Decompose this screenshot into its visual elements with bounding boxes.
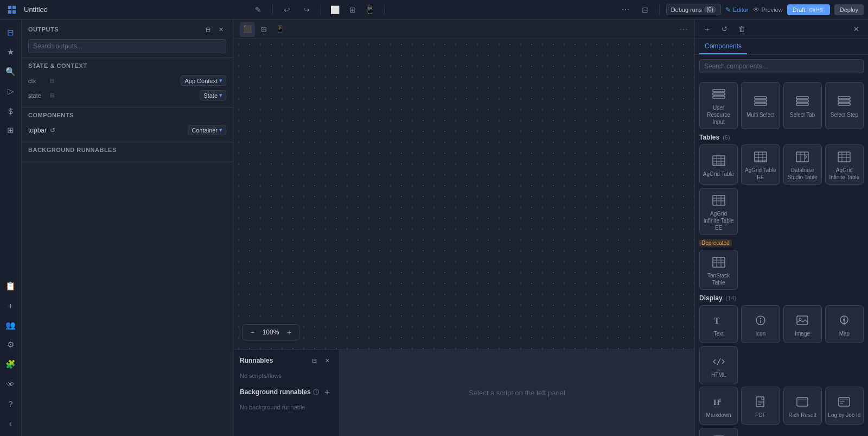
multi-select-icon bbox=[752, 94, 769, 109]
comp-aggrid-infinite-table[interactable]: AgGrid Infinite Table bbox=[825, 144, 864, 185]
comp-icon[interactable]: Icon bbox=[741, 305, 780, 343]
topbar-comp-label: topbar bbox=[28, 127, 47, 134]
redo-button[interactable]: ↪ bbox=[299, 2, 314, 17]
tab-components[interactable]: Components bbox=[699, 39, 747, 54]
comp-image[interactable]: Image bbox=[783, 305, 822, 343]
outputs-close-button[interactable]: ✕ bbox=[215, 24, 226, 35]
sidebar-nav-puzzle[interactable]: 🧩 bbox=[2, 356, 20, 373]
debug-runs-button[interactable]: Debug runs (0) bbox=[666, 4, 721, 15]
state-context-header: State & Context bbox=[28, 62, 226, 69]
comp-tanstack-table[interactable]: TanStack Table bbox=[699, 250, 738, 290]
container-badge[interactable]: Container ▾ bbox=[188, 125, 226, 135]
comp-database-studio-table[interactable]: Database Studio Table bbox=[783, 144, 822, 185]
canvas-tab-desktop[interactable]: ⬛ bbox=[240, 22, 255, 37]
sidebar-nav-settings[interactable]: ⚙ bbox=[2, 336, 20, 353]
flow-status-by-job-id-icon bbox=[710, 433, 727, 436]
outputs-expand-button[interactable]: ⊟ bbox=[202, 24, 213, 35]
sidebar-nav-flows[interactable]: ▷ bbox=[2, 83, 20, 100]
comp-markdown[interactable]: H1 Markdown bbox=[699, 387, 738, 425]
comp-select-tab[interactable]: Select Tab bbox=[783, 82, 822, 129]
canvas-tab-mobile[interactable]: 📱 bbox=[272, 22, 288, 37]
comp-map[interactable]: Map bbox=[825, 305, 864, 343]
sidebar-nav-star[interactable]: ★ bbox=[2, 43, 20, 61]
right-tab-bar: Components bbox=[695, 39, 868, 55]
ctx-copy-icon[interactable]: ⊟ bbox=[48, 77, 56, 85]
comp-multi-select[interactable]: Multi Select bbox=[741, 82, 780, 129]
sidebar-nav-group[interactable]: 👥 bbox=[2, 317, 20, 334]
zoom-out-button[interactable]: − bbox=[247, 327, 258, 338]
state-copy-icon[interactable]: ⊟ bbox=[48, 91, 56, 100]
state-badge-chevron: ▾ bbox=[219, 92, 222, 99]
add-bg-runnable-button[interactable]: ＋ bbox=[322, 387, 333, 397]
comp-aggrid-infinite-table-ee[interactable]: AgGrid Infinite Table EE bbox=[699, 188, 738, 235]
outputs-search-input[interactable] bbox=[28, 39, 226, 53]
edit-button[interactable]: ✎ bbox=[251, 2, 266, 17]
editor-button[interactable]: ✎ Editor bbox=[725, 6, 749, 14]
runnables-close-button[interactable]: ✕ bbox=[322, 355, 333, 366]
comp-pdf[interactable]: PDF bbox=[741, 387, 780, 425]
sidebar-nav-home[interactable]: ⊟ bbox=[2, 24, 20, 41]
canvas-tab-grid[interactable]: ⊞ bbox=[256, 22, 271, 37]
split-view-button[interactable]: ⊟ bbox=[637, 2, 653, 17]
canvas-top-bar: ⬛ ⊞ 📱 ⋯ bbox=[233, 20, 694, 39]
sidebar-nav-eye-off[interactable]: 👁 bbox=[2, 375, 20, 393]
sidebar-nav-plus[interactable]: ＋ bbox=[2, 297, 20, 314]
sidebar-nav-search[interactable]: 🔍 bbox=[2, 63, 20, 80]
left-panel: Outputs ⊟ ✕ State & Context ctx ⊟ App Co… bbox=[22, 20, 233, 436]
comp-user-resource-input[interactable]: User Resource Input bbox=[699, 82, 738, 129]
desktop-view-button[interactable]: ⬜ bbox=[328, 2, 343, 17]
debug-count: (0) bbox=[704, 6, 716, 13]
database-studio-table-label: Database Studio Table bbox=[786, 167, 819, 181]
right-panel-close-button[interactable]: ✕ bbox=[848, 22, 864, 37]
aggrid-infinite-table-label: AgGrid Infinite Table bbox=[828, 167, 861, 181]
bg-runnables-header: Background runnables bbox=[28, 147, 226, 153]
tanstack-table-label: TanStack Table bbox=[702, 272, 735, 286]
icon-icon bbox=[752, 313, 769, 328]
more-options-button[interactable]: ⋯ bbox=[618, 2, 633, 17]
comp-log-by-job-id[interactable]: Log by Job Id bbox=[825, 387, 864, 425]
ctx-badge[interactable]: App Context ▾ bbox=[181, 75, 226, 86]
comp-html[interactable]: HTML bbox=[699, 346, 738, 384]
separator-4 bbox=[659, 5, 660, 15]
sidebar-nav-chevron-left[interactable]: ‹ bbox=[2, 414, 20, 432]
topbar-refresh-icon[interactable]: ↺ bbox=[50, 127, 55, 134]
mobile-view-button[interactable]: 📱 bbox=[362, 2, 378, 17]
deprecated-section-header: Deprecated bbox=[699, 239, 864, 247]
deploy-button[interactable]: Deploy bbox=[834, 4, 864, 15]
main-layout: ⊟ ★ 🔍 ▷ $ ⊞ 📋 ＋ 👥 ⚙ 🧩 👁 ? ‹ Outputs ⊟ ✕ bbox=[0, 20, 868, 436]
trash-components-button[interactable]: 🗑 bbox=[734, 22, 749, 37]
svg-rect-38 bbox=[713, 257, 725, 267]
refresh-components-button[interactable]: ↺ bbox=[717, 22, 732, 37]
sidebar-nav-help[interactable]: ? bbox=[2, 395, 20, 412]
multi-select-label: Multi Select bbox=[746, 111, 775, 118]
comp-aggrid-table[interactable]: AgGrid Table bbox=[699, 144, 738, 185]
grid-view-button[interactable]: ⊞ bbox=[345, 2, 360, 17]
html-label: HTML bbox=[711, 371, 726, 378]
component-search-input[interactable] bbox=[699, 59, 864, 73]
log-by-job-id-icon bbox=[835, 394, 853, 409]
sidebar-nav-dollar[interactable]: $ bbox=[2, 102, 20, 119]
svg-rect-1 bbox=[713, 93, 725, 95]
comp-aggrid-table-ee[interactable]: AgGrid Table EE bbox=[741, 144, 780, 185]
components-content: User Resource Input Multi Select Select … bbox=[695, 78, 868, 436]
draft-button[interactable]: Draft Ctrl+S bbox=[787, 4, 830, 15]
zoom-in-button[interactable]: + bbox=[284, 327, 295, 338]
image-label: Image bbox=[795, 330, 810, 337]
state-badge[interactable]: State ▾ bbox=[200, 90, 226, 100]
components-section: Components topbar ↺ Container ▾ bbox=[22, 108, 233, 142]
add-component-button[interactable]: ＋ bbox=[699, 22, 714, 37]
comp-rich-result[interactable]: Rich Result bbox=[783, 387, 822, 425]
info-icon[interactable]: ⓘ bbox=[313, 388, 319, 396]
comp-text[interactable]: T Text bbox=[699, 305, 738, 343]
draft-shortcut: Ctrl+S bbox=[807, 7, 824, 13]
canvas-more-button[interactable]: ⋯ bbox=[679, 24, 688, 34]
comp-flow-status-by-job-id[interactable]: Flow Status by Job Id bbox=[699, 428, 738, 436]
runnables-expand-button[interactable]: ⊟ bbox=[309, 355, 320, 366]
topbar: Untitled ✎ ↩ ↪ ⬜ ⊞ 📱 ⋯ ⊟ Debug runs (0) … bbox=[0, 0, 868, 20]
display-title: Display bbox=[699, 294, 723, 302]
preview-button[interactable]: 👁 Preview bbox=[753, 6, 783, 14]
sidebar-nav-calendar[interactable]: 📋 bbox=[2, 277, 20, 295]
comp-select-step[interactable]: Select Step bbox=[825, 82, 864, 129]
undo-button[interactable]: ↩ bbox=[279, 2, 295, 17]
sidebar-nav-layers[interactable]: ⊞ bbox=[2, 122, 20, 139]
